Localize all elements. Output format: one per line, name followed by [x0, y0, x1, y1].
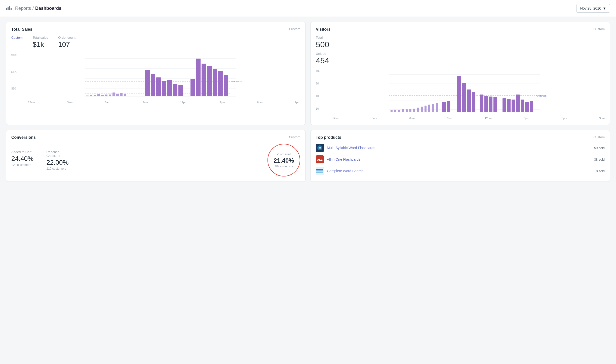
- reached-checkout-value: 22.00%: [46, 159, 71, 166]
- svg-rect-45: [406, 109, 408, 112]
- reached-checkout-customers: 110 customers: [46, 167, 71, 170]
- svg-rect-56: [457, 76, 461, 112]
- breadcrumb-current: Dashboards: [35, 6, 61, 11]
- added-to-cart-metric: Added to Cart 24.40% 122 customers: [11, 150, 36, 170]
- svg-rect-59: [472, 92, 475, 112]
- order-count-metric: Order count 107: [58, 36, 75, 49]
- total-sales-card: Total Sales Custom Custom Total sales $1…: [6, 22, 305, 125]
- unique-visitors-stat: Unique 454: [316, 52, 605, 65]
- svg-rect-48: [417, 108, 419, 112]
- top-products-action[interactable]: Custom: [593, 135, 605, 139]
- top-products-title: Top products: [316, 135, 341, 140]
- svg-rect-47: [413, 109, 415, 112]
- product-name-2[interactable]: All in One Flashcards: [327, 157, 591, 161]
- svg-rect-49: [421, 107, 423, 112]
- v-y-label-40: 40: [316, 95, 320, 98]
- purchased-label: Purchased: [277, 153, 291, 156]
- unique-visitors-label: Unique: [316, 52, 605, 56]
- svg-rect-70: [530, 101, 533, 112]
- visitors-stats: Total 500 Unique 454: [316, 36, 605, 65]
- svg-rect-67: [516, 95, 520, 112]
- svg-rect-43: [398, 110, 400, 112]
- svg-rect-60: [480, 95, 483, 112]
- svg-rect-61: [484, 96, 488, 112]
- svg-rect-54: [442, 102, 446, 112]
- conversions-action[interactable]: Custom: [289, 135, 300, 139]
- unique-visitors-value: 454: [316, 56, 605, 65]
- svg-rect-27: [196, 59, 201, 96]
- product-sold-3: 8 sold: [596, 169, 605, 173]
- svg-rect-8: [86, 96, 89, 96]
- product-item-2: ALL All in One Flashcards 38 sold: [316, 155, 605, 163]
- top-row: Total Sales Custom Custom Total sales $1…: [6, 22, 610, 125]
- svg-rect-10: [94, 95, 96, 96]
- conv-metrics-left: Added to Cart 24.40% 122 customers Reach…: [11, 150, 71, 170]
- product-item-1: M Multi-Syllabic Word Flashcards 59 sold: [316, 144, 605, 152]
- total-visitors-stat: Total 500: [316, 36, 605, 49]
- svg-rect-51: [428, 105, 430, 112]
- total-sales-value: $1k: [33, 40, 48, 49]
- date-picker-button[interactable]: Nov 28, 2016 ▼: [576, 4, 610, 13]
- product-name-1[interactable]: Multi-Syllabic Word Flashcards: [327, 146, 591, 150]
- visitors-title: Visitors: [316, 27, 330, 32]
- conversions-content: Added to Cart 24.40% 122 customers Reach…: [11, 144, 300, 176]
- svg-rect-65: [507, 99, 511, 112]
- conversions-card: Conversions Custom Added to Cart 24.40% …: [6, 130, 305, 182]
- svg-rect-50: [425, 106, 427, 112]
- visitors-card: Visitors Custom Total 500 Unique 454 100…: [311, 22, 610, 125]
- svg-rect-52: [432, 104, 434, 112]
- v-y-label-10: 10: [316, 107, 320, 110]
- svg-rect-66: [512, 100, 515, 112]
- svg-rect-79: [316, 172, 323, 173]
- product-list: M Multi-Syllabic Word Flashcards 59 sold…: [316, 144, 605, 175]
- total-visitors-value: 500: [316, 40, 605, 49]
- product-icon-3: [316, 167, 324, 175]
- reports-icon: [6, 6, 12, 10]
- visitors-header: Visitors Custom: [316, 27, 605, 32]
- reached-checkout-label: Reached Checkout: [46, 150, 71, 158]
- visitors-action[interactable]: Custom: [593, 27, 605, 31]
- svg-rect-16: [116, 94, 119, 96]
- conversions-title: Conversions: [11, 135, 36, 140]
- svg-rect-32: [224, 75, 228, 96]
- top-products-card: Top products Custom M Multi-Syllabic Wor…: [311, 130, 610, 182]
- svg-rect-64: [503, 98, 506, 112]
- purchased-customers: 107 customers: [275, 165, 293, 168]
- conversions-header: Conversions Custom: [11, 135, 300, 140]
- svg-rect-14: [109, 95, 111, 96]
- svg-rect-9: [90, 95, 92, 96]
- breadcrumb: Reports / Dashboards: [6, 6, 61, 11]
- custom-metric: Custom: [11, 36, 23, 49]
- svg-rect-15: [112, 93, 115, 96]
- top-products-header: Top products Custom: [316, 135, 605, 140]
- total-sales-action[interactable]: Custom: [289, 27, 300, 31]
- svg-rect-62: [489, 97, 492, 112]
- purchased-circle: Purchased 21.40% 107 customers: [267, 144, 300, 176]
- svg-rect-22: [162, 81, 166, 96]
- total-sales-title: Total Sales: [11, 27, 32, 32]
- order-count-value: 107: [58, 40, 75, 49]
- purchased-value: 21.40%: [274, 157, 294, 164]
- order-count-label: Order count: [58, 36, 75, 39]
- v-y-label-100: 100: [316, 69, 320, 72]
- svg-rect-58: [467, 89, 471, 112]
- y-label-60: $60: [11, 87, 17, 90]
- svg-text:M: M: [319, 146, 321, 150]
- total-sales-label: Total sales: [33, 36, 48, 39]
- product-name-3[interactable]: Complete Word Search: [327, 169, 593, 173]
- custom-label: Custom: [11, 36, 23, 39]
- svg-rect-17: [120, 93, 123, 96]
- bottom-row: Conversions Custom Added to Cart 24.40% …: [6, 130, 610, 182]
- svg-rect-57: [462, 83, 466, 112]
- svg-rect-20: [151, 74, 155, 96]
- y-label-180: $180: [11, 54, 17, 57]
- svg-rect-26: [190, 79, 195, 96]
- svg-text:ALL: ALL: [317, 158, 323, 161]
- svg-text:AVERAGE: AVERAGE: [536, 95, 547, 97]
- svg-rect-69: [525, 102, 529, 112]
- breadcrumb-separator: /: [32, 6, 34, 11]
- svg-rect-29: [207, 66, 212, 96]
- svg-rect-30: [213, 69, 217, 96]
- breadcrumb-reports[interactable]: Reports: [15, 6, 31, 11]
- total-visitors-label: Total: [316, 36, 605, 39]
